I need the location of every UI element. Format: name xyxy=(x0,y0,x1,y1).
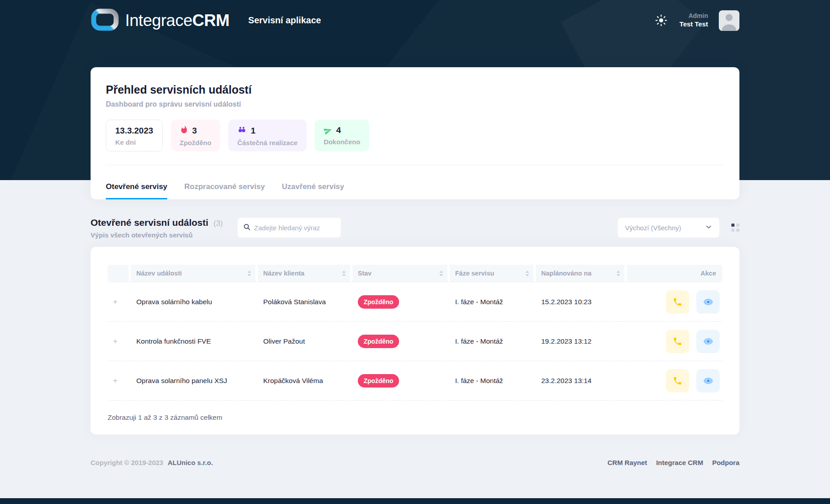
brand-wordmark: IntegraceCRM xyxy=(125,11,230,30)
col-actions: Akce xyxy=(627,265,722,282)
table-row: + Oprava solarního panelu XSJ Kropáčková… xyxy=(108,361,722,401)
sort-icon xyxy=(522,271,529,276)
call-button[interactable] xyxy=(666,369,689,392)
stat-date: 13.3.2023 Ke dni xyxy=(106,120,163,151)
phase: I. fáze - Montáž xyxy=(450,322,534,361)
view-button[interactable] xyxy=(696,369,720,392)
stat-delayed-value: 3 xyxy=(192,126,197,136)
sort-icon xyxy=(339,271,346,276)
col-status[interactable]: Stav xyxy=(352,265,448,282)
sort-icon xyxy=(436,271,443,276)
col-client-name[interactable]: Název klienta xyxy=(258,265,350,282)
event-name: Kontrola funkčnosti FVE xyxy=(131,322,256,361)
view-button[interactable] xyxy=(696,330,720,353)
brand-logo-icon xyxy=(91,8,119,33)
copyright-text: Copyright © 2019-2023 xyxy=(91,459,163,466)
phase: I. fáze - Montáž xyxy=(450,361,534,400)
table-row: + Oprava solárního kabelu Poláková Stani… xyxy=(108,282,722,322)
col-scheduled[interactable]: Naplánováno na xyxy=(536,265,625,282)
tabs: Otevřené servisy Rozpracované servisy Uz… xyxy=(106,175,724,199)
scheduled-date: 19.2.2023 13:12 xyxy=(536,322,625,361)
col-phase[interactable]: Fáze servisu xyxy=(450,265,534,282)
bottom-strip xyxy=(0,498,830,504)
footer-link-integrace-crm[interactable]: Integrace CRM xyxy=(656,459,703,466)
table-summary: Zobrazuji 1 až 3 z 3 záznamů celkem xyxy=(108,414,722,422)
stat-partial-value: 1 xyxy=(251,126,256,136)
binoculars-icon xyxy=(237,125,247,136)
listing-subtitle: Výpis všech otevřených servisů xyxy=(91,231,223,239)
status-badge: Zpožděno xyxy=(358,335,399,348)
services-table-card: Název události Název klienta Stav Fáze s… xyxy=(91,247,739,435)
stat-delayed-label: Zpožděno xyxy=(180,139,212,146)
stats-row: 13.3.2023 Ke dni 3 Zpožděno xyxy=(106,120,724,151)
footer-link-podpora[interactable]: Podpora xyxy=(712,459,739,466)
company-link[interactable]: ALUnico s.r.o. xyxy=(168,459,213,466)
dashboard-card: Přehled servisních událostí Dashboard pr… xyxy=(91,67,739,199)
sort-icon xyxy=(613,271,620,276)
page-title: Přehled servisních událostí xyxy=(106,83,724,96)
event-name: Oprava solárního kabelu xyxy=(131,282,256,321)
tab-open-services[interactable]: Otevřené servisy xyxy=(106,175,167,199)
scheduled-date: 23.2.2023 13:14 xyxy=(536,361,625,400)
layout-grid-icon[interactable] xyxy=(731,224,739,232)
client-name: Oliver Pažout xyxy=(258,322,350,361)
row-expand-button[interactable]: + xyxy=(108,322,129,361)
view-button[interactable] xyxy=(696,290,720,314)
search-input[interactable] xyxy=(254,224,335,232)
scheduled-date: 15.2.2023 10:23 xyxy=(536,282,625,321)
event-name: Oprava solarního panelu XSJ xyxy=(131,361,256,400)
status-badge: Zpožděno xyxy=(358,374,399,388)
col-expander xyxy=(108,265,129,282)
listing-toolbar: Otevřené servisní události (3) Výpis vše… xyxy=(91,217,739,239)
listing-title: Otevřené servisní události xyxy=(91,217,209,228)
sort-icon xyxy=(244,271,251,276)
listing-count: (3) xyxy=(213,219,223,228)
stat-partial-label: Částečná realizace xyxy=(237,139,297,146)
chevron-down-icon xyxy=(705,224,712,232)
user-name: Test Test xyxy=(679,20,708,29)
footer-link-crm-raynet[interactable]: CRM Raynet xyxy=(608,459,647,466)
footer: Copyright © 2019-2023 ALUnico s.r.o. CRM… xyxy=(91,459,739,466)
filter-select-value: Výchozí (Všechny) xyxy=(625,224,681,232)
rocket-icon xyxy=(322,125,333,136)
call-button[interactable] xyxy=(666,290,689,314)
stat-date-label: Ke dni xyxy=(115,138,153,146)
stat-done: 4 Dokončeno xyxy=(315,120,369,151)
table-row: + Kontrola funkčnosti FVE Oliver Pažout … xyxy=(108,322,722,361)
client-name: Poláková Stanislava xyxy=(258,282,350,321)
row-expand-button[interactable]: + xyxy=(108,361,129,400)
user-info: Admin Test Test xyxy=(679,12,708,28)
phase: I. fáze - Montáž xyxy=(450,282,534,321)
status-badge: Zpožděno xyxy=(358,295,399,309)
navbar: IntegraceCRM Servisní aplikace Admin Te xyxy=(91,0,739,41)
app-title: Servisní aplikace xyxy=(248,15,321,26)
sun-icon[interactable] xyxy=(653,13,669,28)
stat-delayed: 3 Zpožděno xyxy=(171,120,221,151)
page-subtitle: Dashboard pro správu servisní událostí xyxy=(106,100,724,108)
divider xyxy=(106,165,724,165)
row-expand-button[interactable]: + xyxy=(108,282,129,321)
client-name: Kropáčková Viléma xyxy=(258,361,350,400)
call-button[interactable] xyxy=(666,330,689,353)
brand-logo[interactable]: IntegraceCRM xyxy=(91,8,230,33)
flame-icon xyxy=(180,125,188,136)
search-box xyxy=(237,217,341,238)
stat-done-label: Dokončeno xyxy=(324,138,361,146)
user-role: Admin xyxy=(679,12,708,20)
stat-date-value: 13.3.2023 xyxy=(115,126,153,136)
avatar[interactable] xyxy=(719,10,739,31)
search-icon xyxy=(243,223,251,233)
tab-closed-services[interactable]: Uzavřené servisy xyxy=(282,175,344,199)
filter-select[interactable]: Výchozí (Všechny) xyxy=(617,217,720,238)
stat-partial: 1 Částečná realizace xyxy=(228,120,306,151)
tab-inprogress-services[interactable]: Rozpracované servisy xyxy=(184,175,265,199)
table-header: Název události Název klienta Stav Fáze s… xyxy=(108,265,722,282)
stat-done-value: 4 xyxy=(336,125,341,135)
col-event-name[interactable]: Název události xyxy=(131,265,256,282)
